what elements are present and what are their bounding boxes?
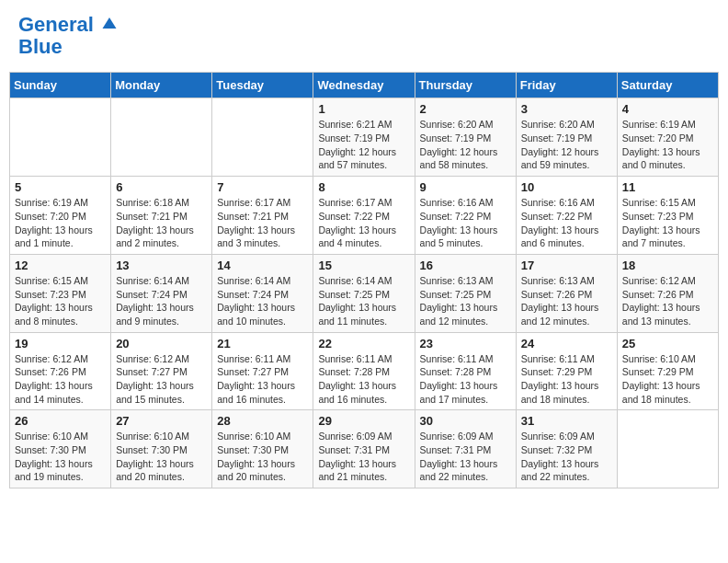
day-cell: 24Sunrise: 6:11 AM Sunset: 7:29 PM Dayli… (516, 332, 617, 410)
day-cell (111, 98, 212, 177)
day-info: Sunrise: 6:13 AM Sunset: 7:26 PM Dayligh… (521, 274, 612, 328)
day-info: Sunrise: 6:09 AM Sunset: 7:31 PM Dayligh… (420, 430, 511, 484)
day-number: 31 (521, 414, 612, 428)
day-cell (212, 98, 313, 177)
day-info: Sunrise: 6:10 AM Sunset: 7:30 PM Dayligh… (217, 430, 308, 484)
day-info: Sunrise: 6:14 AM Sunset: 7:24 PM Dayligh… (217, 274, 308, 328)
day-cell: 11Sunrise: 6:15 AM Sunset: 7:23 PM Dayli… (617, 177, 718, 255)
day-number: 19 (15, 337, 106, 350)
day-cell: 4Sunrise: 6:19 AM Sunset: 7:20 PM Daylig… (617, 98, 718, 177)
day-number: 26 (15, 414, 106, 428)
day-info: Sunrise: 6:20 AM Sunset: 7:19 PM Dayligh… (521, 118, 612, 172)
day-cell: 30Sunrise: 6:09 AM Sunset: 7:31 PM Dayli… (415, 410, 516, 488)
day-cell: 7Sunrise: 6:17 AM Sunset: 7:21 PM Daylig… (212, 177, 313, 255)
header-cell-monday: Monday (111, 73, 212, 98)
logo: General Blue (18, 14, 118, 58)
day-info: Sunrise: 6:12 AM Sunset: 7:27 PM Dayligh… (116, 352, 207, 407)
day-cell (617, 410, 718, 488)
day-cell: 9Sunrise: 6:16 AM Sunset: 7:22 PM Daylig… (415, 177, 516, 255)
day-number: 23 (420, 337, 511, 350)
day-info: Sunrise: 6:19 AM Sunset: 7:20 PM Dayligh… (622, 118, 713, 172)
header-cell-tuesday: Tuesday (212, 73, 313, 98)
day-cell: 31Sunrise: 6:09 AM Sunset: 7:32 PM Dayli… (516, 410, 617, 488)
day-cell: 2Sunrise: 6:20 AM Sunset: 7:19 PM Daylig… (415, 98, 516, 177)
day-number: 20 (116, 337, 207, 350)
day-cell (10, 98, 111, 177)
day-number: 28 (217, 414, 308, 428)
svg-marker-0 (103, 17, 117, 29)
day-cell: 13Sunrise: 6:14 AM Sunset: 7:24 PM Dayli… (111, 254, 212, 332)
logo-text: General Blue (18, 14, 118, 58)
logo-blue: Blue (18, 35, 63, 58)
day-info: Sunrise: 6:12 AM Sunset: 7:26 PM Dayligh… (15, 352, 106, 407)
day-number: 24 (521, 337, 612, 350)
day-info: Sunrise: 6:14 AM Sunset: 7:25 PM Dayligh… (318, 274, 409, 328)
day-cell: 6Sunrise: 6:18 AM Sunset: 7:21 PM Daylig… (111, 177, 212, 255)
day-cell: 23Sunrise: 6:11 AM Sunset: 7:28 PM Dayli… (415, 332, 516, 410)
day-number: 16 (420, 259, 511, 272)
day-number: 13 (116, 259, 207, 272)
day-number: 30 (420, 414, 511, 428)
day-info: Sunrise: 6:15 AM Sunset: 7:23 PM Dayligh… (15, 274, 106, 328)
day-info: Sunrise: 6:12 AM Sunset: 7:26 PM Dayligh… (622, 274, 713, 328)
logo-icon (101, 15, 118, 31)
day-number: 10 (521, 180, 612, 194)
day-cell: 25Sunrise: 6:10 AM Sunset: 7:29 PM Dayli… (617, 332, 718, 410)
day-info: Sunrise: 6:11 AM Sunset: 7:29 PM Dayligh… (521, 352, 612, 407)
day-number: 9 (420, 180, 511, 194)
day-cell: 14Sunrise: 6:14 AM Sunset: 7:24 PM Dayli… (212, 254, 313, 332)
calendar-header: SundayMondayTuesdayWednesdayThursdayFrid… (10, 73, 719, 98)
day-info: Sunrise: 6:11 AM Sunset: 7:28 PM Dayligh… (420, 352, 511, 407)
calendar-body: 1Sunrise: 6:21 AM Sunset: 7:19 PM Daylig… (10, 98, 719, 488)
day-info: Sunrise: 6:10 AM Sunset: 7:30 PM Dayligh… (15, 430, 106, 484)
week-row-4: 26Sunrise: 6:10 AM Sunset: 7:30 PM Dayli… (10, 410, 719, 488)
day-cell: 17Sunrise: 6:13 AM Sunset: 7:26 PM Dayli… (516, 254, 617, 332)
day-info: Sunrise: 6:11 AM Sunset: 7:28 PM Dayligh… (318, 352, 409, 407)
calendar-table: SundayMondayTuesdayWednesdayThursdayFrid… (9, 72, 719, 488)
day-number: 11 (622, 180, 713, 194)
day-info: Sunrise: 6:18 AM Sunset: 7:21 PM Dayligh… (116, 196, 207, 250)
day-info: Sunrise: 6:10 AM Sunset: 7:29 PM Dayligh… (622, 352, 713, 407)
day-cell: 18Sunrise: 6:12 AM Sunset: 7:26 PM Dayli… (617, 254, 718, 332)
day-number: 7 (217, 180, 308, 194)
day-cell: 5Sunrise: 6:19 AM Sunset: 7:20 PM Daylig… (10, 177, 111, 255)
day-number: 25 (622, 337, 713, 350)
day-number: 3 (521, 102, 612, 116)
day-info: Sunrise: 6:14 AM Sunset: 7:24 PM Dayligh… (116, 274, 207, 328)
week-row-2: 12Sunrise: 6:15 AM Sunset: 7:23 PM Dayli… (10, 254, 719, 332)
day-number: 6 (116, 180, 207, 194)
header-cell-sunday: Sunday (10, 73, 111, 98)
day-number: 14 (217, 259, 308, 272)
day-info: Sunrise: 6:11 AM Sunset: 7:27 PM Dayligh… (217, 352, 308, 407)
header-cell-saturday: Saturday (617, 73, 718, 98)
day-cell: 19Sunrise: 6:12 AM Sunset: 7:26 PM Dayli… (10, 332, 111, 410)
day-cell: 8Sunrise: 6:17 AM Sunset: 7:22 PM Daylig… (313, 177, 415, 255)
day-cell: 10Sunrise: 6:16 AM Sunset: 7:22 PM Dayli… (516, 177, 617, 255)
day-number: 22 (318, 337, 409, 350)
day-number: 2 (420, 102, 511, 116)
day-cell: 15Sunrise: 6:14 AM Sunset: 7:25 PM Dayli… (313, 254, 415, 332)
day-info: Sunrise: 6:16 AM Sunset: 7:22 PM Dayligh… (420, 196, 511, 250)
day-number: 1 (318, 102, 409, 116)
header-cell-wednesday: Wednesday (313, 73, 415, 98)
day-info: Sunrise: 6:19 AM Sunset: 7:20 PM Dayligh… (15, 196, 106, 250)
page-header: General Blue (9, 9, 719, 63)
day-info: Sunrise: 6:16 AM Sunset: 7:22 PM Dayligh… (521, 196, 612, 250)
week-row-0: 1Sunrise: 6:21 AM Sunset: 7:19 PM Daylig… (10, 98, 719, 177)
day-cell: 26Sunrise: 6:10 AM Sunset: 7:30 PM Dayli… (10, 410, 111, 488)
day-info: Sunrise: 6:09 AM Sunset: 7:32 PM Dayligh… (521, 430, 612, 484)
header-cell-thursday: Thursday (415, 73, 516, 98)
day-cell: 27Sunrise: 6:10 AM Sunset: 7:30 PM Dayli… (111, 410, 212, 488)
day-number: 27 (116, 414, 207, 428)
day-number: 8 (318, 180, 409, 194)
day-cell: 16Sunrise: 6:13 AM Sunset: 7:25 PM Dayli… (415, 254, 516, 332)
day-number: 21 (217, 337, 308, 350)
day-info: Sunrise: 6:17 AM Sunset: 7:21 PM Dayligh… (217, 196, 308, 250)
day-info: Sunrise: 6:17 AM Sunset: 7:22 PM Dayligh… (318, 196, 409, 250)
day-info: Sunrise: 6:09 AM Sunset: 7:31 PM Dayligh… (318, 430, 409, 484)
day-info: Sunrise: 6:21 AM Sunset: 7:19 PM Dayligh… (318, 118, 409, 172)
day-cell: 3Sunrise: 6:20 AM Sunset: 7:19 PM Daylig… (516, 98, 617, 177)
week-row-3: 19Sunrise: 6:12 AM Sunset: 7:26 PM Dayli… (10, 332, 719, 410)
day-number: 29 (318, 414, 409, 428)
week-row-1: 5Sunrise: 6:19 AM Sunset: 7:20 PM Daylig… (10, 177, 719, 255)
